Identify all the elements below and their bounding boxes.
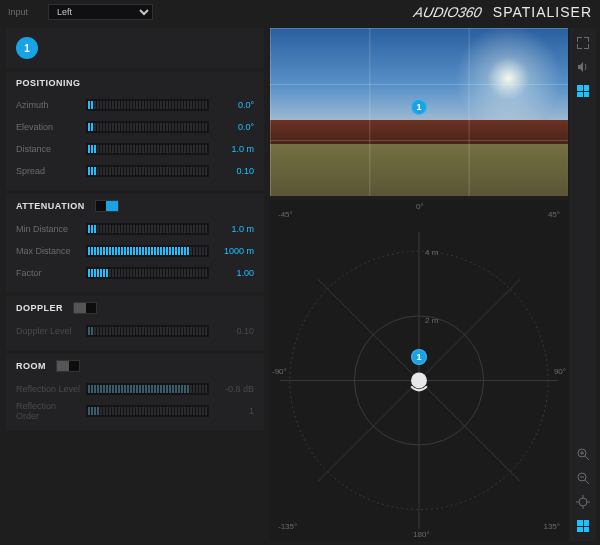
param-row: Elevation0.0° — [16, 116, 254, 138]
left-panel: 1 POSITIONING Azimuth0.0°Elevation0.0°Di… — [0, 24, 268, 545]
param-slider[interactable] — [86, 165, 209, 177]
svg-line-12 — [585, 480, 589, 484]
source-chips: 1 — [6, 28, 264, 68]
brand-name: SPATIALISER — [493, 4, 592, 20]
param-label: Spread — [16, 166, 80, 176]
section-title: DOPPLER — [16, 303, 63, 313]
param-slider[interactable] — [86, 143, 209, 155]
brand-logo: AUDIO360 — [414, 4, 482, 20]
section-attenuation: ATTENUATION Min Distance1.0 mMax Distanc… — [6, 194, 264, 292]
right-panel: 1 1 — [268, 24, 600, 545]
section-title: ROOM — [16, 361, 46, 371]
param-value: 1.0 m — [215, 224, 254, 234]
param-row: Factor1.00 — [16, 262, 254, 284]
input-label: Input — [8, 7, 48, 17]
volume-icon[interactable] — [572, 56, 594, 78]
param-value: 1000 m — [215, 246, 254, 256]
section-positioning: POSITIONING Azimuth0.0°Elevation0.0°Dist… — [6, 72, 264, 190]
param-row: Max Distance1000 m — [16, 240, 254, 262]
room-toggle[interactable] — [56, 360, 80, 372]
param-slider[interactable] — [86, 383, 209, 395]
param-slider[interactable] — [86, 121, 209, 133]
param-slider[interactable] — [86, 325, 209, 337]
input-select[interactable]: Left — [48, 4, 153, 20]
param-row: Doppler Level0.10 — [16, 320, 254, 342]
preview-marker-1[interactable]: 1 — [411, 99, 427, 115]
body: 1 POSITIONING Azimuth0.0°Elevation0.0°Di… — [0, 24, 600, 545]
polar-view[interactable]: 1 0° 180° -45° 45° -90° 90° -135° 135° 2… — [270, 200, 568, 541]
param-row: Distance1.0 m — [16, 138, 254, 160]
polar-label-r1: 2 m — [425, 316, 438, 325]
grid-icon[interactable] — [572, 80, 594, 102]
zoom-out-icon[interactable] — [572, 467, 594, 489]
app-root: { "header": { "input_label": "Input", "i… — [0, 0, 600, 545]
attenuation-toggle[interactable] — [95, 200, 119, 212]
section-room: ROOM Reflection Level-0.8 dBReflection O… — [6, 354, 264, 430]
param-row: Reflection Order1 — [16, 400, 254, 422]
section-title: ATTENUATION — [16, 201, 85, 211]
param-label: Max Distance — [16, 246, 80, 256]
param-row: Azimuth0.0° — [16, 94, 254, 116]
param-list: Reflection Level-0.8 dBReflection Order1 — [16, 378, 254, 422]
polar-label-lt: -45° — [278, 210, 293, 219]
svg-line-8 — [585, 456, 589, 460]
param-list: Doppler Level0.10 — [16, 320, 254, 342]
param-slider[interactable] — [86, 245, 209, 257]
views: 1 1 — [270, 28, 568, 541]
polar-label-rt: 45° — [548, 210, 560, 219]
param-label: Reflection Order — [16, 401, 80, 421]
doppler-toggle[interactable] — [73, 302, 97, 314]
polar-label-r2: 4 m — [425, 248, 438, 257]
header-bar: Input Left AUDIO360 SPATIALISER — [0, 0, 600, 24]
param-label: Azimuth — [16, 100, 80, 110]
param-value: 0.10 — [215, 326, 254, 336]
param-list: Min Distance1.0 mMax Distance1000 mFacto… — [16, 218, 254, 284]
param-value: -0.8 dB — [215, 384, 254, 394]
svg-point-6 — [411, 372, 427, 388]
param-value: 1.0 m — [215, 144, 254, 154]
param-label: Reflection Level — [16, 384, 80, 394]
param-value: 1.00 — [215, 268, 254, 278]
param-value: 0.0° — [215, 100, 254, 110]
polar-label-rb: 135° — [543, 522, 560, 531]
param-slider[interactable] — [86, 267, 209, 279]
polar-marker-1[interactable]: 1 — [411, 349, 427, 365]
grid2-icon[interactable] — [572, 515, 594, 537]
section-title: POSITIONING — [16, 78, 254, 88]
param-label: Distance — [16, 144, 80, 154]
param-label: Min Distance — [16, 224, 80, 234]
param-label: Factor — [16, 268, 80, 278]
param-slider[interactable] — [86, 99, 209, 111]
param-value: 0.0° — [215, 122, 254, 132]
param-slider[interactable] — [86, 405, 209, 417]
brand: AUDIO360 SPATIALISER — [414, 4, 592, 20]
param-label: Elevation — [16, 122, 80, 132]
param-label: Doppler Level — [16, 326, 80, 336]
param-row: Reflection Level-0.8 dB — [16, 378, 254, 400]
fullscreen-icon[interactable] — [572, 32, 594, 54]
zoom-in-icon[interactable] — [572, 443, 594, 465]
source-chip-1[interactable]: 1 — [16, 37, 38, 59]
param-list: Azimuth0.0°Elevation0.0°Distance1.0 mSpr… — [16, 94, 254, 182]
target-icon[interactable] — [572, 491, 594, 513]
polar-label-top: 0° — [416, 202, 424, 211]
polar-label-bottom: 180° — [413, 530, 430, 539]
polar-grid — [270, 200, 568, 541]
param-value: 1 — [215, 406, 254, 416]
spherical-preview[interactable]: 1 — [270, 28, 568, 196]
polar-label-l: -90° — [272, 367, 287, 376]
toolstrip — [570, 28, 596, 541]
param-value: 0.10 — [215, 166, 254, 176]
svg-point-14 — [579, 498, 587, 506]
polar-label-r: 90° — [554, 367, 566, 376]
param-slider[interactable] — [86, 223, 209, 235]
param-row: Min Distance1.0 m — [16, 218, 254, 240]
polar-label-lb: -135° — [278, 522, 297, 531]
param-row: Spread0.10 — [16, 160, 254, 182]
section-doppler: DOPPLER Doppler Level0.10 — [6, 296, 264, 350]
